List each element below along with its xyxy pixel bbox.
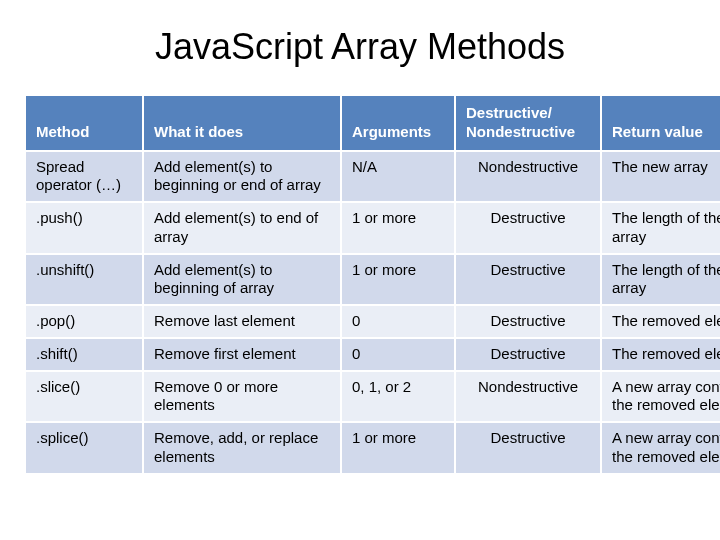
cell-return: The removed element: [601, 305, 720, 338]
cell-return: The new array: [601, 151, 720, 203]
cell-args: 1 or more: [341, 254, 455, 306]
col-header-destr: Destructive/ Nondestructive: [455, 95, 601, 151]
cell-what: Remove last element: [143, 305, 341, 338]
cell-destr: Destructive: [455, 305, 601, 338]
cell-return: The length of the modified array: [601, 202, 720, 254]
cell-args: 1 or more: [341, 422, 455, 474]
table-row: .splice() Remove, add, or replace elemen…: [25, 422, 720, 474]
methods-table: Method What it does Arguments Destructiv…: [24, 94, 720, 475]
col-header-method: Method: [25, 95, 143, 151]
page-title: JavaScript Array Methods: [24, 26, 696, 68]
cell-return: The length of the modified array: [601, 254, 720, 306]
cell-return: A new array containing the removed eleme…: [601, 371, 720, 423]
cell-what: Add element(s) to end of array: [143, 202, 341, 254]
cell-method: .unshift(): [25, 254, 143, 306]
cell-method: .pop(): [25, 305, 143, 338]
table-row: Spread operator (…) Add element(s) to be…: [25, 151, 720, 203]
table-row: .slice() Remove 0 or more elements 0, 1,…: [25, 371, 720, 423]
cell-destr: Destructive: [455, 202, 601, 254]
cell-destr: Nondestructive: [455, 151, 601, 203]
table-row: .shift() Remove first element 0 Destruct…: [25, 338, 720, 371]
cell-method: .shift(): [25, 338, 143, 371]
cell-args: 0: [341, 305, 455, 338]
cell-destr: Destructive: [455, 422, 601, 474]
table-row: .unshift() Add element(s) to beginning o…: [25, 254, 720, 306]
col-header-return: Return value: [601, 95, 720, 151]
cell-method: .splice(): [25, 422, 143, 474]
cell-return: The removed element: [601, 338, 720, 371]
cell-what: Remove 0 or more elements: [143, 371, 341, 423]
cell-what: Remove first element: [143, 338, 341, 371]
cell-what: Add element(s) to beginning of array: [143, 254, 341, 306]
table-row: .pop() Remove last element 0 Destructive…: [25, 305, 720, 338]
cell-what: Add element(s) to beginning or end of ar…: [143, 151, 341, 203]
table-header: Method What it does Arguments Destructiv…: [25, 95, 720, 151]
cell-destr: Nondestructive: [455, 371, 601, 423]
cell-method: Spread operator (…): [25, 151, 143, 203]
cell-what: Remove, add, or replace elements: [143, 422, 341, 474]
cell-return: A new array containing the removed eleme…: [601, 422, 720, 474]
cell-args: 0: [341, 338, 455, 371]
col-header-args: Arguments: [341, 95, 455, 151]
table-row: .push() Add element(s) to end of array 1…: [25, 202, 720, 254]
cell-args: 1 or more: [341, 202, 455, 254]
cell-method: .push(): [25, 202, 143, 254]
cell-destr: Destructive: [455, 338, 601, 371]
slide: JavaScript Array Methods Method What it …: [0, 0, 720, 540]
cell-args: N/A: [341, 151, 455, 203]
cell-destr: Destructive: [455, 254, 601, 306]
col-header-what: What it does: [143, 95, 341, 151]
table-body: Spread operator (…) Add element(s) to be…: [25, 151, 720, 474]
cell-method: .slice(): [25, 371, 143, 423]
cell-args: 0, 1, or 2: [341, 371, 455, 423]
